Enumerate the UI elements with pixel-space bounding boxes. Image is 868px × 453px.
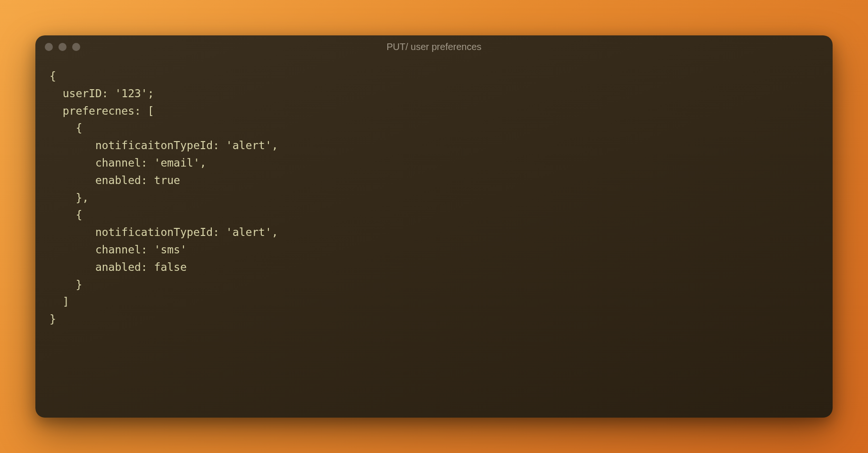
window-titlebar: PUT/ user preferences [35, 35, 833, 58]
code-line: channel: 'email', [50, 154, 818, 172]
window-title: PUT/ user preferences [386, 42, 481, 52]
minimize-button[interactable] [58, 43, 67, 51]
code-line: notificaitonTypeId: 'alert', [50, 137, 818, 154]
code-line: channel: 'sms' [50, 241, 818, 259]
code-line: anabled: false [50, 259, 818, 276]
code-line: notificationTypeId: 'alert', [50, 224, 818, 241]
close-button[interactable] [45, 43, 53, 51]
maximize-button[interactable] [72, 43, 80, 51]
code-line: { [50, 67, 818, 85]
editor-window: PUT/ user preferences { userID: '123'; p… [35, 35, 833, 418]
code-editor[interactable]: { userID: '123'; preferecnes: [ { notifi… [35, 58, 833, 337]
traffic-lights [45, 43, 80, 51]
code-line: { [50, 119, 818, 137]
code-line: ] [50, 293, 818, 310]
code-line: enabled: true [50, 172, 818, 189]
code-line: }, [50, 189, 818, 207]
code-line: } [50, 276, 818, 294]
code-line: preferecnes: [ [50, 102, 818, 120]
code-line: userID: '123'; [50, 85, 818, 102]
code-line: } [50, 310, 818, 328]
code-line: { [50, 206, 818, 224]
